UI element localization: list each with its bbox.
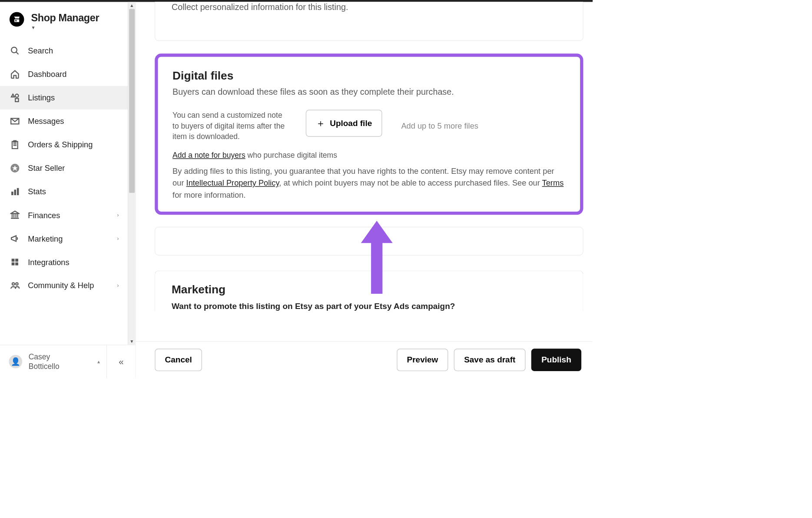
- svg-rect-13: [14, 189, 16, 195]
- svg-line-1: [16, 52, 18, 54]
- svg-rect-24: [15, 262, 18, 266]
- sidebar-item-search[interactable]: Search: [0, 39, 128, 63]
- sidebar-item-marketing[interactable]: Marketing ›: [0, 227, 128, 250]
- svg-rect-21: [12, 259, 15, 262]
- avatar: 👤: [9, 355, 22, 369]
- user-name: Casey Botticello: [29, 352, 60, 371]
- nav-label: Messages: [28, 116, 64, 126]
- home-icon: [10, 69, 20, 80]
- svg-marker-15: [11, 211, 19, 213]
- svg-point-25: [12, 283, 14, 285]
- sidebar-item-integrations[interactable]: Integrations: [0, 250, 128, 274]
- sidebar-item-orders-shipping[interactable]: Orders & Shipping: [0, 133, 128, 156]
- plus-icon: ＋: [316, 117, 325, 130]
- personalization-card: Collect personalized information for thi…: [155, 2, 583, 41]
- collapsed-card[interactable]: [155, 227, 583, 256]
- collapse-sidebar-button[interactable]: «: [107, 345, 136, 378]
- nav-label: Integrations: [28, 257, 69, 266]
- search-icon: [10, 45, 20, 56]
- svg-point-0: [11, 47, 17, 53]
- upload-hint: Add up to 5 more files: [401, 121, 478, 130]
- svg-rect-12: [11, 192, 13, 195]
- sidebar-item-dashboard[interactable]: Dashboard: [0, 63, 128, 86]
- chevron-right-icon: ›: [117, 235, 119, 242]
- double-chevron-left-icon: «: [119, 357, 123, 367]
- clipboard-icon: [10, 139, 20, 150]
- nav-label: Listings: [28, 93, 55, 102]
- publish-button[interactable]: Publish: [531, 349, 581, 371]
- scroll-thumb[interactable]: [129, 9, 135, 193]
- cancel-button[interactable]: Cancel: [155, 349, 202, 371]
- digital-disclaimer: By adding files to this listing, you gua…: [172, 165, 565, 201]
- svg-rect-22: [15, 259, 18, 262]
- marketing-title: Marketing: [172, 283, 567, 296]
- sidebar-item-listings[interactable]: Listings: [0, 86, 128, 110]
- megaphone-icon: [10, 233, 20, 244]
- bars-icon: [10, 186, 20, 197]
- upload-label: Upload file: [330, 118, 372, 128]
- shop-title: Shop Manager: [31, 12, 99, 24]
- sidebar: ▲ ▼ Shop Manager ▼: [0, 2, 136, 378]
- sidebar-item-finances[interactable]: Finances ›: [0, 203, 128, 227]
- digital-note-text: You can send a customized note to buyers…: [172, 110, 287, 142]
- svg-rect-4: [15, 99, 18, 102]
- chevron-right-icon: ›: [117, 212, 119, 218]
- bank-icon: [10, 210, 20, 221]
- digital-files-card: Digital files Buyers can download these …: [155, 53, 583, 215]
- user-menu[interactable]: 👤 Casey Botticello ▲: [0, 345, 107, 378]
- svg-rect-14: [17, 188, 19, 195]
- ip-policy-link[interactable]: Intellectual Property Policy: [186, 178, 279, 187]
- add-note-rest: who purchase digital items: [245, 151, 337, 159]
- upload-file-button[interactable]: ＋ Upload file: [306, 110, 382, 137]
- personalization-desc: Collect personalized information for thi…: [172, 2, 567, 12]
- shop-logo-icon: [10, 12, 24, 27]
- nav-label: Orders & Shipping: [28, 140, 93, 149]
- star-badge-icon: [10, 163, 20, 173]
- nav-label: Finances: [28, 210, 60, 219]
- digital-files-title: Digital files: [172, 69, 565, 82]
- svg-point-26: [16, 283, 18, 285]
- people-icon: [10, 280, 20, 291]
- nav-label: Search: [28, 46, 53, 55]
- footer-action-bar: Cancel Preview Save as draft Publish: [136, 341, 593, 378]
- shapes-icon: [10, 92, 20, 103]
- scroll-down-icon[interactable]: ▼: [129, 338, 134, 345]
- svg-rect-23: [12, 262, 15, 266]
- preview-button[interactable]: Preview: [397, 349, 448, 371]
- mail-icon: [10, 116, 20, 126]
- marketing-prompt: Want to promote this listing on Etsy as …: [172, 302, 567, 312]
- sidebar-item-messages[interactable]: Messages: [0, 110, 128, 133]
- svg-marker-2: [11, 94, 14, 97]
- chevron-down-icon[interactable]: ▼: [31, 25, 99, 30]
- sidebar-scrollbar[interactable]: ▲ ▼: [128, 2, 136, 345]
- nav-label: Stats: [28, 187, 46, 196]
- digital-files-desc: Buyers can download these files as soon …: [172, 87, 565, 97]
- nav-label: Community & Help: [28, 281, 94, 291]
- shop-manager-header[interactable]: Shop Manager ▼: [0, 2, 128, 39]
- sidebar-footer: 👤 Casey Botticello ▲ «: [0, 345, 136, 379]
- grid-icon: [10, 257, 20, 268]
- nav-label: Star Seller: [28, 163, 65, 173]
- chevron-right-icon: ›: [117, 282, 119, 289]
- sidebar-item-community-help[interactable]: Community & Help ›: [0, 274, 128, 297]
- sidebar-item-star-seller[interactable]: Star Seller: [0, 156, 128, 180]
- add-note-link[interactable]: Add a note for buyers: [172, 151, 245, 159]
- main-content: Collect personalized information for thi…: [136, 2, 593, 378]
- terms-link[interactable]: Terms: [542, 178, 564, 187]
- save-draft-button[interactable]: Save as draft: [454, 349, 526, 371]
- nav-label: Dashboard: [28, 70, 66, 79]
- sidebar-item-stats[interactable]: Stats: [0, 180, 128, 203]
- svg-point-3: [15, 94, 18, 97]
- scroll-up-icon[interactable]: ▲: [129, 2, 134, 9]
- caret-up-icon: ▲: [96, 359, 101, 364]
- marketing-card: Marketing Want to promote this listing o…: [155, 271, 583, 311]
- nav-label: Marketing: [28, 234, 63, 243]
